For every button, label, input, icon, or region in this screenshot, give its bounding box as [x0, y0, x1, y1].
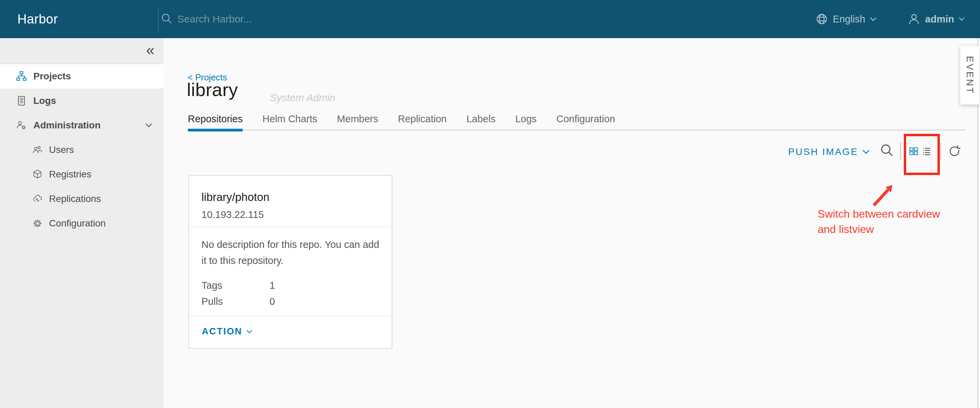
repository-card-body: No description for this repo. You can ad…: [189, 227, 392, 316]
sidebar-item-label: Registries: [49, 169, 91, 180]
user-label: admin: [925, 14, 954, 25]
stat-value: 1: [269, 277, 275, 293]
repository-name[interactable]: library/photon: [202, 191, 382, 204]
chevron-down-icon: [959, 17, 965, 21]
annotation-text: Switch between cardview and listview: [818, 206, 940, 237]
sidebar-item-administration[interactable]: Administration: [0, 113, 163, 138]
user-menu[interactable]: admin: [907, 12, 965, 26]
tab-configuration[interactable]: Configuration: [556, 113, 615, 130]
harbor-app: Harbor English: [0, 0, 980, 408]
app-header: Harbor English: [0, 0, 980, 38]
language-label: English: [833, 14, 865, 25]
stat-value: 0: [269, 293, 275, 309]
sidebar-item-logs[interactable]: Logs: [0, 89, 163, 113]
chevron-down-icon: [247, 330, 253, 334]
repository-endpoint: 10.193.22.115: [202, 209, 382, 220]
tab-members[interactable]: Members: [337, 113, 378, 130]
annotation-arrow: [870, 179, 902, 209]
header-actions: English admin: [815, 0, 965, 38]
repository-action-menu[interactable]: ACTION: [189, 316, 392, 337]
configuration-icon: [32, 218, 43, 229]
sidebar-item-replications[interactable]: Replications: [0, 186, 163, 211]
registries-icon: [32, 169, 43, 180]
sidebar: « Projects Logs: [0, 38, 163, 408]
annotation-line-1: Switch between cardview: [818, 206, 940, 222]
sidebar-collapse-row: «: [0, 38, 163, 64]
sidebar-item-label: Replications: [49, 193, 101, 204]
repository-stats: Tags 1 Pulls 0: [202, 277, 382, 309]
chevron-down-icon: [862, 150, 870, 154]
filter-search-icon[interactable]: [879, 143, 895, 159]
annotation-highlight-box: [904, 134, 940, 175]
global-search-input[interactable]: [177, 13, 436, 25]
harbor-logo[interactable]: Harbor: [18, 0, 58, 38]
stat-label: Tags: [202, 277, 269, 293]
repository-card-header: library/photon 10.193.22.115: [189, 176, 392, 227]
annotation-line-2: and listview: [818, 222, 940, 237]
stat-label: Pulls: [202, 293, 269, 309]
globe-icon: [815, 13, 828, 26]
main-content: < Projects library System Admin Reposito…: [163, 38, 980, 408]
stat-row-pulls: Pulls 0: [202, 293, 382, 309]
sidebar-item-users[interactable]: Users: [0, 138, 163, 162]
global-search: [156, 0, 436, 38]
logs-icon: [16, 95, 27, 107]
tab-replication[interactable]: Replication: [398, 113, 447, 130]
sidebar-item-label: Users: [49, 144, 74, 155]
language-menu[interactable]: English: [815, 13, 876, 26]
tab-helm-charts[interactable]: Helm Charts: [262, 113, 317, 130]
stat-row-tags: Tags 1: [202, 277, 382, 293]
push-image-button[interactable]: PUSH IMAGE: [788, 144, 870, 159]
projects-icon: [16, 70, 27, 82]
users-icon: [32, 144, 43, 155]
tab-repositories[interactable]: Repositories: [188, 113, 243, 130]
project-tabs: Repositories Helm Charts Members Replica…: [188, 113, 966, 131]
sidebar-item-label: Logs: [33, 96, 56, 106]
action-label: ACTION: [202, 326, 242, 337]
search-icon: [160, 13, 173, 26]
event-panel-tab[interactable]: EVENT: [960, 46, 979, 105]
project-role-badge: System Admin: [270, 92, 335, 104]
sidebar-item-registries[interactable]: Registries: [0, 162, 163, 186]
sidebar-collapse-button[interactable]: «: [146, 43, 154, 60]
repository-description: No description for this repo. You can ad…: [202, 237, 385, 269]
page-title: library: [187, 79, 238, 100]
sidebar-item-configuration[interactable]: Configuration: [0, 211, 163, 236]
replications-icon: [32, 193, 43, 204]
sidebar-item-projects[interactable]: Projects: [0, 64, 163, 89]
refresh-icon[interactable]: [948, 144, 961, 158]
toolbar-divider: [940, 142, 941, 159]
sidebar-item-label: Administration: [33, 120, 101, 131]
sidebar-item-label: Projects: [33, 71, 71, 82]
tab-logs[interactable]: Logs: [515, 113, 537, 130]
tab-labels[interactable]: Labels: [466, 113, 495, 130]
sidebar-item-label: Configuration: [49, 218, 106, 229]
push-image-label: PUSH IMAGE: [788, 147, 858, 157]
administration-icon: [16, 120, 27, 131]
chevron-down-icon: [145, 123, 153, 128]
repository-card[interactable]: library/photon 10.193.22.115 No descript…: [188, 175, 392, 349]
user-icon: [907, 12, 921, 26]
chevron-down-icon: [870, 17, 877, 21]
toolbar-divider: [900, 142, 901, 159]
event-tab-label: EVENT: [964, 56, 975, 94]
